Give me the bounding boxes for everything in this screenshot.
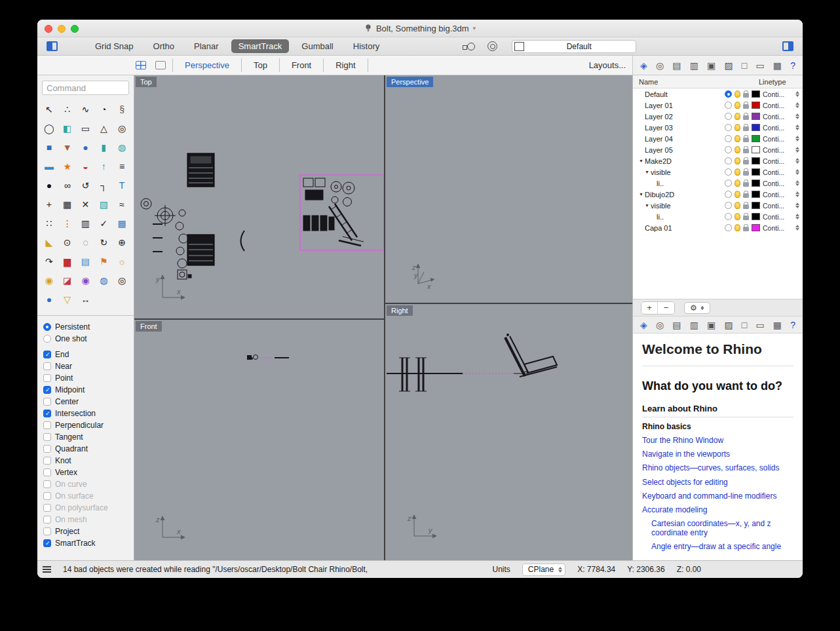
help-icon[interactable]: ? bbox=[790, 61, 795, 70]
checkbox[interactable] bbox=[43, 480, 51, 488]
checkbox[interactable] bbox=[43, 351, 51, 358]
cylinder-icon[interactable]: ▮ bbox=[95, 139, 112, 155]
camera-icon[interactable]: ▣ bbox=[707, 320, 716, 330]
help-link[interactable]: Navigate in the viewports bbox=[642, 449, 793, 459]
layer-visibility-bulb-icon[interactable] bbox=[735, 102, 740, 109]
checkbox[interactable] bbox=[43, 433, 51, 441]
pages-icon[interactable]: ▥ bbox=[690, 320, 698, 330]
layer-visibility-bulb-icon[interactable] bbox=[735, 113, 740, 120]
current-layer-radio[interactable] bbox=[725, 146, 732, 153]
layer-color-swatch[interactable] bbox=[752, 224, 760, 231]
osnap-row[interactable]: SmartTrack bbox=[43, 537, 128, 549]
layer-lock-icon[interactable] bbox=[743, 171, 749, 176]
display-mode-dropdown[interactable]: Default bbox=[512, 40, 636, 53]
osnap-row[interactable]: On surface bbox=[43, 490, 128, 502]
layer-lock-icon[interactable] bbox=[743, 216, 749, 220]
trim-icon[interactable]: ✕ bbox=[77, 196, 94, 212]
osnap-row[interactable]: Knot bbox=[43, 455, 128, 467]
dashed-circle-icon[interactable]: ◌ bbox=[77, 234, 94, 250]
help-icon[interactable]: ? bbox=[790, 320, 795, 330]
checkbox[interactable] bbox=[43, 516, 51, 524]
layer-visibility-bulb-icon[interactable] bbox=[735, 124, 740, 131]
minimize-button[interactable] bbox=[58, 25, 66, 33]
plane-icon[interactable]: ▬ bbox=[41, 158, 58, 174]
display-icon[interactable]: ▦ bbox=[773, 320, 782, 330]
polygon-icon[interactable]: △ bbox=[95, 120, 112, 136]
right-split-square-icon[interactable] bbox=[782, 41, 793, 51]
layer-lock-icon[interactable] bbox=[743, 104, 749, 109]
layer-linetype-dropdown[interactable]: Conti... bbox=[763, 168, 799, 176]
current-layer-radio[interactable] bbox=[725, 191, 732, 198]
layers-stack-icon[interactable]: ◈ bbox=[640, 61, 647, 70]
expand-arrow-icon[interactable]: ▼ bbox=[639, 192, 645, 197]
layer-lock-icon[interactable] bbox=[743, 204, 749, 209]
layer-linetype-dropdown[interactable]: Conti... bbox=[763, 224, 799, 232]
help-link[interactable]: Rhino basics bbox=[642, 422, 793, 431]
display-icon[interactable]: ▦ bbox=[773, 61, 782, 70]
check-icon[interactable]: ✓ bbox=[95, 215, 112, 231]
circle-square-icon[interactable] bbox=[463, 42, 476, 51]
layer-visibility-bulb-icon[interactable] bbox=[735, 180, 740, 187]
checkbox[interactable] bbox=[43, 386, 51, 394]
layer-row[interactable]: Layer 01 Conti... bbox=[633, 100, 803, 111]
rectangle-icon[interactable]: ▭ bbox=[77, 120, 94, 136]
layer-linetype-dropdown[interactable]: Conti... bbox=[763, 135, 799, 143]
layer-row[interactable]: li.. Conti... bbox=[633, 178, 803, 189]
layer-lock-icon[interactable] bbox=[743, 193, 749, 198]
concentric-circles-icon[interactable] bbox=[487, 41, 497, 51]
wave-icon[interactable]: ≈ bbox=[113, 196, 130, 212]
zoom-extents-icon[interactable]: ⊕ bbox=[113, 234, 130, 250]
mode-toggle-button[interactable]: History bbox=[346, 39, 387, 53]
viewport-front[interactable]: Front bbox=[134, 320, 384, 560]
checkbox[interactable] bbox=[43, 457, 51, 465]
layer-color-swatch[interactable] bbox=[752, 157, 760, 164]
offset-icon[interactable]: ≡ bbox=[113, 158, 130, 174]
layer-visibility-bulb-icon[interactable] bbox=[735, 146, 740, 153]
zoom-icon[interactable]: ⊙ bbox=[59, 234, 76, 250]
drill-icon[interactable]: ▼ bbox=[59, 139, 76, 155]
layer-linetype-dropdown[interactable]: Conti... bbox=[763, 180, 799, 187]
page-icon[interactable]: ▤ bbox=[672, 61, 681, 70]
array-column-icon[interactable]: ⋮ bbox=[59, 215, 76, 231]
brush-icon[interactable]: ▨ bbox=[724, 320, 733, 330]
current-layer-radio[interactable] bbox=[725, 180, 732, 187]
checkbox[interactable] bbox=[43, 398, 51, 406]
add-layer-button[interactable]: + bbox=[641, 302, 658, 314]
layer-linetype-dropdown[interactable]: Conti... bbox=[763, 102, 799, 109]
layer-visibility-bulb-icon[interactable] bbox=[735, 224, 740, 231]
color-wheel-icon[interactable]: ◉ bbox=[77, 272, 94, 288]
frame-icon[interactable]: ▭ bbox=[755, 61, 764, 70]
layer-linetype-dropdown[interactable]: Conti... bbox=[763, 113, 799, 121]
help-link[interactable]: Cartesian coordinates—x, y, and z coordi… bbox=[642, 519, 793, 537]
layer-visibility-bulb-icon[interactable] bbox=[735, 168, 740, 176]
osnap-row[interactable]: Tangent bbox=[43, 431, 128, 443]
pages-icon[interactable]: ▥ bbox=[690, 61, 698, 70]
layer-color-swatch[interactable] bbox=[752, 180, 760, 187]
osnap-row[interactable]: Point bbox=[43, 372, 128, 384]
zoom-button[interactable] bbox=[71, 25, 79, 33]
help-link[interactable]: Keyboard and command-line modifiers bbox=[642, 491, 793, 501]
layer-visibility-bulb-icon[interactable] bbox=[735, 191, 740, 198]
layer-lock-icon[interactable] bbox=[743, 227, 749, 231]
layer-color-swatch[interactable] bbox=[752, 191, 760, 198]
expand-arrow-icon[interactable]: ▼ bbox=[645, 203, 651, 208]
left-split-square-icon[interactable] bbox=[47, 41, 58, 51]
fillet-icon[interactable]: ┐ bbox=[95, 177, 112, 193]
osnap-mode-row[interactable]: One shot bbox=[43, 333, 128, 345]
radio-button[interactable] bbox=[43, 335, 51, 343]
osnap-row[interactable]: Midpoint bbox=[43, 384, 128, 396]
current-layer-radio[interactable] bbox=[725, 168, 732, 176]
layer-color-swatch[interactable] bbox=[752, 102, 760, 109]
revolve-icon[interactable]: ↷ bbox=[41, 253, 58, 269]
layer-linetype-dropdown[interactable]: Conti... bbox=[763, 124, 799, 132]
osnap-row[interactable]: Center bbox=[43, 396, 128, 408]
checkbox[interactable] bbox=[43, 504, 51, 512]
patch-icon[interactable]: ▧ bbox=[95, 196, 112, 212]
layer-lock-icon[interactable] bbox=[743, 93, 749, 98]
move-icon[interactable]: + bbox=[41, 196, 58, 212]
viewport-tab[interactable]: Top bbox=[241, 58, 279, 72]
checkbox[interactable] bbox=[43, 492, 51, 500]
viewport-tab[interactable]: Front bbox=[279, 58, 323, 72]
funnel-icon[interactable]: ▽ bbox=[59, 291, 76, 307]
current-layer-radio[interactable] bbox=[725, 202, 732, 209]
